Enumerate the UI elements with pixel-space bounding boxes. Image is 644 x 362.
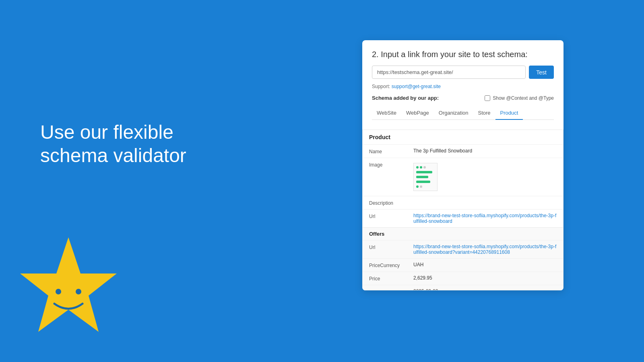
url-input-row: Test	[372, 66, 554, 79]
context-checkbox-label[interactable]: Show @Context and @Type	[485, 95, 554, 101]
schema-added-row: Schema added by our app: Show @Context a…	[372, 95, 554, 101]
row-value-image	[413, 161, 557, 193]
support-link[interactable]: support@get-great.site	[392, 84, 441, 89]
row-label-description: Description	[369, 200, 413, 206]
svg-point-2	[76, 289, 81, 294]
svg-marker-0	[20, 237, 117, 332]
heading-line1: Use our flexible	[40, 121, 173, 143]
row-label-price: Price	[369, 275, 413, 282]
row-label-offers-url: Url	[369, 244, 413, 255]
row-label-pricecurrency: PriceCurrency	[369, 262, 413, 268]
tab-website[interactable]: WebSite	[372, 107, 401, 120]
schema-tabs: WebSite WebPage Organization Store Produ…	[372, 107, 554, 120]
tab-product[interactable]: Product	[495, 107, 523, 120]
table-row: Price 2,629.95	[363, 272, 563, 285]
table-row: PriceValidUntil 2025-02-03	[363, 285, 563, 290]
table-row: Image	[363, 158, 563, 196]
hero-heading: Use our flexible schema validator	[40, 121, 209, 167]
url-input[interactable]	[372, 66, 526, 79]
support-line: Support: support@get-great.site	[372, 84, 554, 89]
row-value-pricecurrency: UAH	[413, 262, 557, 268]
schema-validator-panel: 2. Input a link from your site to test s…	[362, 40, 564, 290]
table-row: Url https://brand-new-test-store-sofiia.…	[363, 209, 563, 227]
row-label-image: Image	[369, 161, 413, 193]
row-value-price: 2,629.95	[413, 275, 557, 282]
image-thumbnail	[413, 163, 438, 191]
table-row: PriceCurrency UAH	[363, 258, 563, 272]
row-value-offers-url: https://brand-new-test-store-sofiia.mysh…	[413, 244, 557, 255]
schema-added-label: Schema added by our app:	[372, 95, 439, 101]
table-row: Description	[363, 196, 563, 209]
row-label-pricevaliduntil: PriceValidUntil	[369, 288, 413, 290]
svg-point-1	[56, 289, 61, 294]
product-section-header: Product	[363, 130, 563, 144]
context-checkbox[interactable]	[485, 95, 490, 101]
table-row: Url https://brand-new-test-store-sofiia.…	[363, 240, 563, 258]
test-button[interactable]: Test	[529, 66, 554, 79]
star-decoration	[0, 221, 141, 362]
tab-organization[interactable]: Organization	[434, 107, 473, 120]
tab-webpage[interactable]: WebPage	[401, 107, 434, 120]
heading-line2: schema validator	[40, 145, 186, 166]
row-label-name: Name	[369, 148, 413, 154]
panel-title: 2. Input a link from your site to test s…	[372, 50, 554, 59]
product-url-link[interactable]: https://brand-new-test-store-sofiia.mysh…	[413, 213, 556, 224]
row-value-url: https://brand-new-test-store-sofiia.mysh…	[413, 213, 557, 224]
offers-url-link[interactable]: https://brand-new-test-store-sofiia.mysh…	[413, 244, 556, 255]
row-label-url: Url	[369, 213, 413, 224]
content-area[interactable]: Product Name The 3p Fulfilled Snowboard …	[362, 130, 564, 290]
offers-section-header: Offers	[363, 227, 563, 240]
row-value-description	[413, 200, 557, 206]
row-value-name: The 3p Fulfilled Snowboard	[413, 148, 557, 154]
tab-store[interactable]: Store	[473, 107, 495, 120]
table-row: Name The 3p Fulfilled Snowboard	[363, 144, 563, 158]
row-value-pricevaliduntil: 2025-02-03	[413, 288, 557, 290]
